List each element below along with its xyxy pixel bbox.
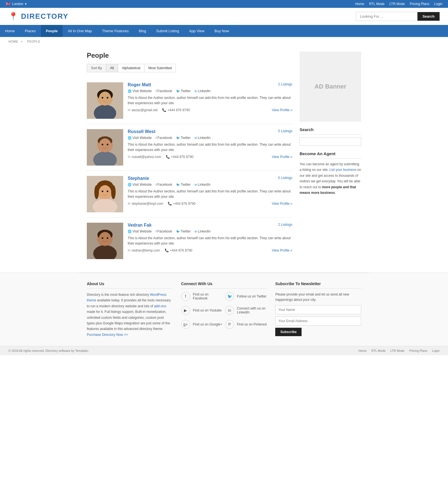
facebook-link[interactable]: f Facebook — [156, 136, 172, 140]
nav-all-in-one-map[interactable]: All In One Map — [63, 25, 97, 37]
subscribe-button[interactable]: Subscribe — [275, 328, 302, 336]
list-business-link[interactable]: List your business — [330, 168, 356, 172]
nav-theme-features[interactable]: Theme Features — [97, 25, 134, 37]
person-footer: ✉ stephanie@tmpl.com 📞 +444 876 8790 Vie… — [128, 202, 292, 206]
twitter-link[interactable]: 🐦 Twitter — [176, 89, 191, 93]
person-card: Stephanie 5 Listings 🌐 Visit Website f F… — [87, 171, 292, 218]
location-label: London — [12, 2, 23, 6]
sidebar: AD Banner Search Become An Agent You can… — [300, 52, 361, 264]
footer-subscribe-col: Subscribe To Newsletter Please provide y… — [275, 282, 361, 338]
connect-facebook[interactable]: f Find us on Facebook — [181, 292, 223, 301]
linkedin-icon: in — [225, 306, 234, 315]
visit-website-link[interactable]: 🌐 Visit Website — [128, 136, 152, 140]
linkedin-link[interactable]: in LinkedIn — [195, 229, 211, 233]
person-info: Russell West 5 Listings 🌐 Visit Website … — [128, 129, 292, 166]
nav-home[interactable]: Home — [0, 25, 20, 37]
connect-youtube[interactable]: ▶ Find us on Youtube — [181, 306, 223, 315]
nav-places[interactable]: Places — [20, 25, 41, 37]
person-avatar — [87, 82, 123, 119]
footer-rtl[interactable]: RTL Mode — [371, 349, 386, 352]
connect-linkedin[interactable]: in Connect with us on LinkedIn — [225, 306, 267, 315]
location-selector[interactable]: 🇬🇧 London ▾ — [6, 2, 27, 6]
top-nav-home[interactable]: Home — [355, 2, 364, 6]
visit-website-link[interactable]: 🌐 Visit Website — [128, 89, 152, 93]
facebook-link[interactable]: f Facebook — [156, 183, 172, 187]
breadcrumb-current: PEOPLE — [27, 40, 40, 43]
person-header: Roger Matt 2 Listings — [128, 82, 292, 87]
person-description: This is About the Author section, author… — [128, 142, 292, 153]
top-nav-pricing[interactable]: Pricing Plans — [410, 2, 429, 6]
person-links: 🌐 Visit Website f Facebook 🐦 Twitter in … — [128, 229, 292, 233]
page-title: People — [87, 52, 292, 59]
person-links: 🌐 Visit Website f Facebook 🐦 Twitter in … — [128, 89, 292, 93]
sidebar-search-input[interactable] — [300, 137, 361, 146]
person-footer: ✉ aezaz@gmail.net 📞 +444 876 8790 View P… — [128, 108, 292, 112]
person-info: Roger Matt 2 Listings 🌐 Visit Website f … — [128, 82, 292, 119]
svg-point-29 — [107, 237, 108, 239]
person-info: Stephanie 5 Listings 🌐 Visit Website f F… — [128, 176, 292, 212]
youtube-label: Find us on Youtube — [193, 308, 222, 312]
person-name[interactable]: Vedran Fak — [128, 223, 151, 228]
twitter-link[interactable]: 🐦 Twitter — [176, 183, 191, 187]
nav-people[interactable]: People — [41, 25, 63, 37]
sidebar-agent-section: Become An Agent You can become an agent … — [300, 151, 361, 196]
facebook-link[interactable]: f Facebook — [156, 229, 172, 233]
footer-pricing[interactable]: Pricing Plans — [409, 349, 427, 352]
twitter-link[interactable]: 🐦 Twitter — [176, 136, 191, 140]
view-profile-link[interactable]: View Profile » — [272, 108, 292, 112]
main-nav: Home Places People All In One Map Theme … — [0, 25, 448, 37]
sort-most-submitted[interactable]: Most Submitted — [144, 64, 176, 72]
linkedin-link[interactable]: in LinkedIn — [195, 89, 211, 93]
addons-link[interactable]: add-ons — [154, 304, 166, 308]
footer-login[interactable]: Login — [432, 349, 440, 352]
connect-grid: f Find us on Facebook 🐦 Follow us on Twi… — [181, 292, 267, 332]
person-header: Stephanie 5 Listings — [128, 176, 292, 181]
connect-twitter[interactable]: 🐦 Follow us on Twitter — [225, 292, 267, 301]
person-links: 🌐 Visit Website f Facebook 🐦 Twitter in … — [128, 183, 292, 187]
subscriber-name-input[interactable] — [275, 305, 361, 314]
person-list: Roger Matt 2 Listings 🌐 Visit Website f … — [87, 77, 292, 264]
top-nav-login[interactable]: Login — [434, 2, 442, 6]
twitter-link[interactable]: 🐦 Twitter — [176, 229, 191, 233]
person-avatar — [87, 176, 123, 212]
nav-submit-listing[interactable]: Submit Listing — [151, 25, 184, 37]
linkedin-link[interactable]: in LinkedIn — [195, 136, 211, 140]
person-phone: 📞 +444 876 8790 — [166, 155, 193, 159]
view-profile-link[interactable]: View Profile » — [272, 202, 292, 206]
nav-buy-now[interactable]: Buy Now — [209, 25, 234, 37]
footer-home[interactable]: Home — [358, 349, 367, 352]
nav-app-view[interactable]: App View — [184, 25, 209, 37]
person-name[interactable]: Roger Matt — [128, 82, 151, 87]
connect-pinterest[interactable]: P Find us on Pinterest — [225, 320, 267, 329]
view-profile-link[interactable]: View Profile » — [272, 248, 292, 252]
subscriber-email-input[interactable] — [275, 317, 361, 325]
purchase-link[interactable]: Purchase Directory Now >> — [87, 333, 128, 337]
visit-website-link[interactable]: 🌐 Visit Website — [128, 183, 152, 187]
top-nav-ltr[interactable]: LTR Mode — [389, 2, 405, 6]
linkedin-link[interactable]: in LinkedIn — [195, 183, 211, 187]
person-links: 🌐 Visit Website f Facebook 🐦 Twitter in … — [128, 136, 292, 140]
search-button[interactable]: Search — [417, 12, 440, 21]
person-name[interactable]: Stephanie — [128, 176, 149, 181]
connect-google[interactable]: g+ Find us on Google+ — [181, 320, 223, 329]
person-email: ✉ vedran@temp.com — [128, 248, 160, 252]
sort-all[interactable]: All — [106, 64, 118, 72]
logo[interactable]: 📍 DIRECTORY — [8, 12, 69, 21]
view-profile-link[interactable]: View Profile » — [272, 155, 292, 159]
main-content: People Sort By All Alphabetical Most Sub… — [78, 46, 370, 270]
nav-blog[interactable]: Blog — [134, 25, 151, 37]
breadcrumb-home[interactable]: HOME — [8, 40, 18, 43]
flag-icon: 🇬🇧 — [6, 2, 10, 6]
svg-point-22 — [107, 190, 108, 192]
top-nav-rtl[interactable]: RTL Mode — [369, 2, 384, 6]
logo-text: DIRECTORY — [21, 12, 69, 21]
footer-main: About Us Directory is the most feature r… — [0, 273, 448, 346]
person-name[interactable]: Russell West — [128, 129, 155, 134]
footer-ltr[interactable]: LTR Mode — [390, 349, 405, 352]
visit-website-link[interactable]: 🌐 Visit Website — [128, 229, 152, 233]
person-contact: ✉ russell@yahoo.com 📞 +444 876 8790 — [128, 155, 193, 159]
sort-alphabetical[interactable]: Alphabetical — [118, 64, 144, 72]
search-input[interactable] — [356, 12, 417, 21]
facebook-link[interactable]: f Facebook — [156, 89, 172, 93]
footer-about-col: About Us Directory is the most feature r… — [87, 282, 173, 338]
